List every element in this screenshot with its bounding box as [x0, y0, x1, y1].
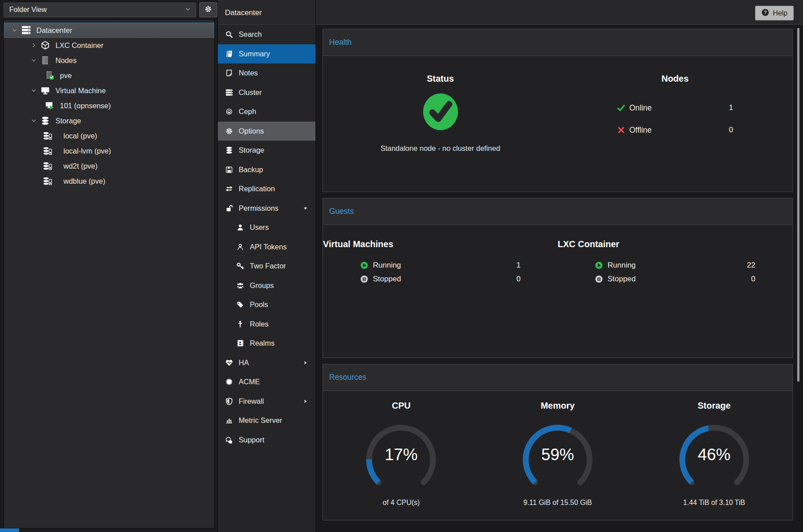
tree-row-local-pve[interactable]: local (pve) — [4, 128, 214, 143]
address-book-icon — [236, 339, 245, 347]
nodes-heading: Nodes — [558, 74, 792, 84]
tree-item-label: local-lvm (pve) — [63, 147, 111, 155]
play-icon — [595, 261, 606, 269]
resources-panel-header: Resources — [323, 364, 792, 391]
nav-item-groups[interactable]: Groups — [218, 276, 315, 296]
guest-group-virtual-machines: Virtual MachinesRunning1Stopped0 — [323, 225, 558, 358]
database-icon — [224, 146, 234, 154]
nav-item-summary[interactable]: Summary — [218, 44, 315, 64]
nav-item-label: Cluster — [239, 88, 262, 97]
vertical-scrollbar-thumb[interactable] — [797, 28, 799, 382]
server-icon — [224, 88, 234, 96]
chevron-down-icon — [303, 205, 308, 211]
nodes-column: Nodes Online1Offline0 — [558, 56, 792, 192]
nav-item-firewall[interactable]: Firewall — [218, 392, 315, 411]
nav-item-label: Storage — [239, 146, 264, 154]
database-drive-icon — [43, 162, 60, 170]
guest-row-label: Running — [373, 261, 401, 270]
node-status-label: Online — [630, 103, 652, 113]
status-ok-icon — [323, 92, 558, 134]
nav-item-realms[interactable]: Realms — [218, 334, 315, 353]
tree-row-local-lvm-pve[interactable]: local-lvm (pve) — [4, 143, 214, 158]
lock-open-icon — [224, 204, 234, 212]
guest-row-label: Stopped — [373, 275, 401, 284]
tree-row-wdblue-pve[interactable]: wdblue (pve) — [4, 173, 214, 189]
resource-gauge-storage: Storage46%1.44 TiB of 3.10 TiB — [636, 391, 792, 520]
svg-text:?: ? — [764, 9, 767, 15]
nav-item-metric-server[interactable]: Metric Server — [218, 411, 315, 430]
nav-item-two-factor[interactable]: Two Factor — [218, 256, 315, 276]
chevron-right-icon — [303, 398, 308, 404]
book-icon — [224, 50, 234, 58]
floppy-icon — [224, 166, 234, 173]
tree-row-datacenter[interactable]: Datacenter — [4, 23, 214, 38]
nav-item-support[interactable]: Support — [218, 430, 315, 450]
nav-item-permissions[interactable]: Permissions — [218, 199, 315, 218]
nav-item-users[interactable]: Users — [218, 218, 315, 237]
nav-item-cluster[interactable]: Cluster — [218, 83, 315, 102]
nav-item-label: Ceph — [239, 107, 256, 116]
nav-item-label: Backup — [239, 166, 263, 174]
nav-item-search[interactable]: Search — [218, 25, 315, 44]
tree-row-nodes[interactable]: Nodes — [4, 53, 214, 68]
monitor-icon — [39, 86, 52, 95]
tree-row-101-opnsense[interactable]: 101 (opnsense) — [4, 98, 214, 113]
users-icon — [236, 281, 245, 289]
tree-settings-button[interactable] — [199, 2, 217, 17]
node-status-row-offline: Offline0 — [617, 124, 733, 136]
user-outline-icon — [236, 243, 245, 251]
gauge-subtext: of 4 CPU(s) — [323, 499, 480, 507]
nav-item-ceph[interactable]: Ceph — [218, 102, 315, 122]
resources-body: CPU17%of 4 CPU(s)Memory59%9.11 GiB of 15… — [323, 391, 792, 520]
gauge-heading: Storage — [636, 401, 792, 411]
tree-row-lxc-container[interactable]: LXC Container — [4, 38, 214, 53]
gauge: 17% — [357, 417, 445, 493]
heartbeat-icon — [224, 359, 234, 366]
stop-icon — [595, 275, 606, 283]
view-mode-select[interactable]: Folder View — [4, 3, 196, 17]
health-title: Health — [329, 38, 352, 47]
shield-icon — [224, 397, 234, 405]
tree-item-label: wd2t (pve) — [63, 162, 98, 170]
proxmox-app: Folder View DatacenterLXC ContainerNodes… — [0, 0, 803, 532]
datacenter-nav: Datacenter SearchSummaryNotesClusterCeph… — [217, 0, 316, 532]
tree-row-virtual-machine[interactable]: Virtual Machine — [4, 83, 214, 98]
nav-item-notes[interactable]: Notes — [218, 63, 315, 83]
nav-item-replication[interactable]: Replication — [218, 179, 315, 199]
gauge-heading: CPU — [323, 401, 480, 411]
cross-icon — [617, 126, 628, 134]
tree-item-label: Storage — [55, 117, 81, 125]
nav-item-options[interactable]: Options — [218, 122, 315, 141]
nav-item-storage[interactable]: Storage — [218, 141, 315, 160]
guest-row-running: Running22 — [595, 258, 756, 272]
nav-item-label: Replication — [239, 185, 275, 193]
help-button[interactable]: ? Help — [755, 6, 794, 20]
play-icon — [360, 261, 372, 269]
resource-tree-sidebar: Folder View DatacenterLXC ContainerNodes… — [0, 0, 217, 532]
guest-row-value: 0 — [516, 275, 520, 284]
caret-down-icon — [29, 87, 39, 94]
replication-icon — [224, 185, 234, 193]
guest-group-lxc-container: LXC ContainerRunning22Stopped0 — [558, 225, 792, 358]
nav-item-backup[interactable]: Backup — [218, 160, 315, 180]
nav-item-roles[interactable]: Roles — [218, 315, 315, 334]
nav-item-ha[interactable]: HA — [218, 353, 315, 373]
database-icon — [39, 116, 52, 125]
main-topbar: ? Help — [316, 0, 803, 25]
tree-item-label: pve — [60, 71, 72, 80]
ceph-icon — [224, 108, 234, 116]
nav-item-label: Users — [250, 223, 269, 232]
guest-group-heading: Virtual Machines — [323, 239, 558, 249]
nav-item-acme[interactable]: ACME — [218, 372, 315, 392]
nav-item-pools[interactable]: Pools — [218, 295, 315, 315]
tree-row-pve[interactable]: pve — [4, 68, 214, 83]
guests-body: Virtual MachinesRunning1Stopped0LXC Cont… — [323, 225, 792, 358]
monitor-play-icon — [43, 101, 56, 110]
tree-row-storage[interactable]: Storage — [4, 113, 214, 128]
nodes-rows: Online1Offline0 — [617, 102, 733, 136]
tree-row-wd2t-pve[interactable]: wd2t (pve) — [4, 158, 214, 173]
gauge: 59% — [513, 417, 602, 493]
tree-item-label: Virtual Machine — [55, 87, 106, 95]
status-text: Standalone node - no cluster defined — [323, 144, 558, 153]
nav-item-api-tokens[interactable]: API Tokens — [218, 237, 315, 257]
